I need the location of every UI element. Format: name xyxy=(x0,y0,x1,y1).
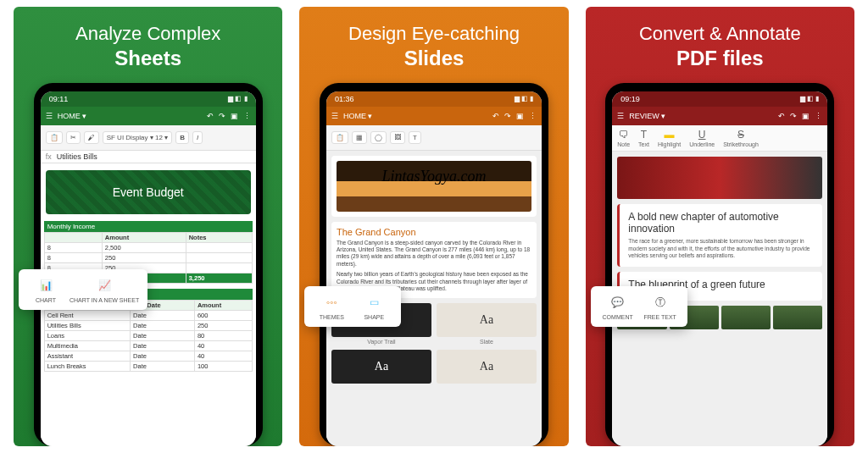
theme-thumb[interactable]: Aa xyxy=(437,303,537,337)
appbar-tab[interactable]: REVIEW ▾ xyxy=(629,112,665,120)
undo-icon[interactable]: ↶ xyxy=(492,112,499,120)
headline-line2: Slides xyxy=(348,46,520,71)
comment-icon: 💬 xyxy=(609,293,627,312)
redo-icon[interactable]: ↷ xyxy=(504,112,511,120)
headline-line1: Design Eye-catching xyxy=(348,23,520,44)
comment-button[interactable]: 💬 COMMENT xyxy=(599,293,637,320)
slides-screen: 01:36 ▆ ◧ ▮ ☰ HOME ▾ ↶ ↷ ▣ ⋮ 📋 ▦ ◯ 🖼 T xyxy=(326,91,542,447)
chart-new-sheet-button[interactable]: 📈 CHART IN A NEW SHEET xyxy=(70,276,139,303)
shape-button[interactable]: ◯ xyxy=(370,131,387,144)
note-icon: 🗨 xyxy=(619,129,629,141)
format-painter-button[interactable]: 🖌 xyxy=(84,131,99,144)
sheets-headline: Analyze Complex Sheets xyxy=(75,22,220,71)
formula-bar[interactable]: fxUtilities Bills xyxy=(41,151,256,163)
appbar-save-icon[interactable]: ▣ xyxy=(516,112,524,120)
shape-button[interactable]: ▭ SHAPE xyxy=(355,293,392,320)
font-select[interactable]: SF UI Display ▾ 12 ▾ xyxy=(103,131,172,144)
themes-button[interactable]: ◦◦◦ THEMES xyxy=(313,293,350,320)
cut-button[interactable]: ✂ xyxy=(66,131,81,144)
underline-button[interactable]: UUnderline xyxy=(689,129,715,147)
sheets-insert-popup: 📊 CHART 📈 CHART IN A NEW SHEET xyxy=(19,269,147,310)
status-bar: 09:19 ▆ ◧ ▮ xyxy=(612,91,827,107)
chart-button[interactable]: 📊 CHART xyxy=(27,276,64,303)
chart-icon: 📊 xyxy=(36,276,55,295)
appbar-tab[interactable]: HOME ▾ xyxy=(58,112,87,120)
italic-button[interactable]: I xyxy=(192,131,203,144)
appbar-save-icon[interactable]: ▣ xyxy=(231,112,238,120)
review-ribbon: 🗨Note TText ▬Highlight UUnderline SStrik… xyxy=(612,125,827,152)
headline-line1: Convert & Annotate xyxy=(639,23,801,44)
text-icon: T xyxy=(641,129,647,141)
text-button[interactable]: TText xyxy=(638,129,649,147)
appbar-more-icon[interactable]: ⋮ xyxy=(243,112,251,120)
format-toolbar: 📋 ▦ ◯ 🖼 T xyxy=(326,125,542,151)
undo-icon[interactable]: ↶ xyxy=(778,112,785,120)
paste-button[interactable]: 📋 xyxy=(331,131,348,144)
status-icons: ▆ ◧ ▮ xyxy=(800,95,819,102)
headline-line2: Sheets xyxy=(75,46,220,71)
pdf-annotate-popup: 💬 COMMENT Ⓣ FREE TEXT xyxy=(591,286,687,327)
theme-thumb[interactable]: Aa xyxy=(437,350,537,384)
chart-new-sheet-icon: 📈 xyxy=(95,276,114,295)
pdf-thumb[interactable] xyxy=(773,306,822,329)
pdf-phone-frame: 09:19 ▆ ◧ ▮ ☰ REVIEW ▾ ↶ ↷ ▣ ⋮ 🗨Note TTe… xyxy=(605,83,834,447)
pdf-headline: Convert & Annotate PDF files xyxy=(639,22,801,71)
undo-icon[interactable]: ↶ xyxy=(207,112,214,120)
status-time: 09:19 xyxy=(620,95,640,103)
picture-button[interactable]: 🖼 xyxy=(390,131,405,144)
appbar-tab[interactable]: HOME ▾ xyxy=(343,112,373,120)
menu-icon[interactable]: ☰ xyxy=(617,112,624,120)
slides-headline: Design Eye-catching Slides xyxy=(348,22,520,71)
theme-row: Aa Aa xyxy=(331,350,537,384)
theme-thumb[interactable]: Aa xyxy=(331,350,431,384)
sheets-phone-frame: 09:11 ▆ ◧ ▮ ☰ HOME ▾ ↶ ↷ ▣ ⋮ 📋 ✂ 🖌 SF UI… xyxy=(34,83,263,447)
sheets-promo-panel: Analyze Complex Sheets 09:11 ▆ ◧ ▮ ☰ HOM… xyxy=(14,7,282,446)
pdf-thumb[interactable] xyxy=(721,306,771,329)
free-text-button[interactable]: Ⓣ FREE TEXT xyxy=(642,293,679,320)
app-bar: ☰ HOME ▾ ↶ ↷ ▣ ⋮ xyxy=(41,107,256,125)
headline-line1: Analyze Complex xyxy=(75,23,220,44)
pdf-screen: 09:19 ▆ ◧ ▮ ☰ REVIEW ▾ ↶ ↷ ▣ ⋮ 🗨Note TTe… xyxy=(612,91,827,447)
text-button[interactable]: T xyxy=(409,131,421,144)
theme-caption: Slate xyxy=(437,339,537,345)
bold-button[interactable]: B xyxy=(175,131,189,144)
headline-line2: PDF files xyxy=(639,46,801,71)
status-time: 01:36 xyxy=(335,95,354,103)
pdf-hero-image xyxy=(617,157,822,199)
paste-button[interactable]: 📋 xyxy=(46,131,63,144)
pdf-card-title: A bold new chapter of automotive innovat… xyxy=(628,211,814,235)
appbar-more-icon[interactable]: ⋮ xyxy=(529,112,537,120)
slide-title: The Grand Canyon xyxy=(337,227,531,237)
expenses-table: ItemDue DateAmount Cell RentDate600 Util… xyxy=(44,300,253,372)
slides-promo-panel: Design Eye-catching Slides 01:36 ▆ ◧ ▮ ☰… xyxy=(299,7,568,446)
app-bar: ☰ HOME ▾ ↶ ↷ ▣ ⋮ xyxy=(326,107,542,125)
strike-button[interactable]: SStrikethrough xyxy=(723,129,759,147)
redo-icon[interactable]: ↷ xyxy=(790,112,797,120)
appbar-save-icon[interactable]: ▣ xyxy=(802,112,810,120)
shape-icon: ▭ xyxy=(364,293,383,312)
status-bar: 01:36 ▆ ◧ ▮ xyxy=(326,91,542,107)
format-toolbar: 📋 ✂ 🖌 SF UI Display ▾ 12 ▾ B I xyxy=(41,125,256,151)
slide-image xyxy=(337,161,531,212)
pdf-article-card[interactable]: A bold new chapter of automotive innovat… xyxy=(617,204,822,267)
themes-icon: ◦◦◦ xyxy=(322,293,341,312)
theme-caption: Vapor Trail xyxy=(331,339,431,345)
sheet-hero: Event Budget xyxy=(46,170,251,214)
underline-icon: U xyxy=(698,129,706,141)
status-bar: 09:11 ▆ ◧ ▮ xyxy=(41,91,256,107)
pdf-card-body: The race for a greener, more sustainable… xyxy=(628,238,814,259)
strike-icon: S xyxy=(737,129,744,141)
note-button[interactable]: 🗨Note xyxy=(617,129,630,147)
redo-icon[interactable]: ↷ xyxy=(219,112,225,120)
free-text-icon: Ⓣ xyxy=(651,293,670,312)
status-icons: ▆ ◧ ▮ xyxy=(228,95,247,102)
highlight-button[interactable]: ▬Highlight xyxy=(658,129,681,147)
app-bar: ☰ REVIEW ▾ ↶ ↷ ▣ ⋮ xyxy=(612,107,827,125)
appbar-more-icon[interactable]: ⋮ xyxy=(815,112,822,120)
menu-icon[interactable]: ☰ xyxy=(46,112,53,120)
new-slide-button[interactable]: ▦ xyxy=(352,131,367,144)
slides-phone-frame: 01:36 ▆ ◧ ▮ ☰ HOME ▾ ↶ ↷ ▣ ⋮ 📋 ▦ ◯ 🖼 T xyxy=(320,83,548,447)
menu-icon[interactable]: ☰ xyxy=(331,112,338,120)
income-section-header: Monthly Income xyxy=(44,221,253,232)
slide-card[interactable] xyxy=(331,156,537,217)
